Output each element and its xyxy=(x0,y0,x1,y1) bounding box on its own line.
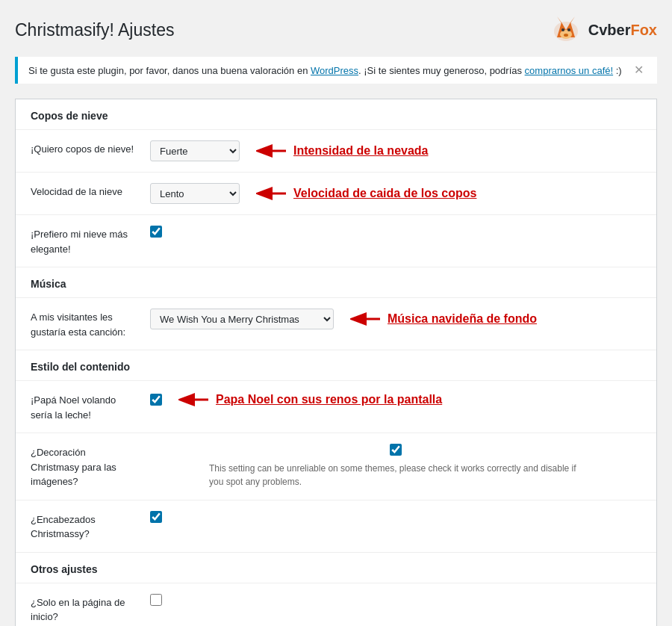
row-velocidad: Velocidad de la nieve Lento Normal Rápid… xyxy=(16,173,656,215)
label-encabezados: ¿Encabezados Christmassy? xyxy=(31,511,150,542)
settings-container: Copos de nieve ¡Quiero copos de nieve! L… xyxy=(15,99,657,626)
control-intensidad: Ligera Media Fuerte Intensidad de la nev… xyxy=(150,140,641,161)
annotation-text-cancion: Música navideña de fondo xyxy=(388,312,537,326)
svg-point-6 xyxy=(567,28,570,31)
arrow-icon-papanoel xyxy=(178,391,211,408)
checkbox-solo-inicio[interactable] xyxy=(150,594,162,606)
label-intensidad: ¡Quiero copos de nieve! xyxy=(31,140,150,157)
checkbox-elegante[interactable] xyxy=(150,226,162,238)
arrow-icon-cancion xyxy=(350,311,383,327)
section-title-copos: Copos de nieve xyxy=(16,99,656,130)
svg-point-5 xyxy=(561,28,564,31)
select-velocidad[interactable]: Lento Normal Rápido xyxy=(150,183,240,204)
row-encabezados: ¿Encabezados Christmassy? xyxy=(16,501,656,553)
page-title: Christmasify! Ajustes xyxy=(15,20,174,40)
row-elegante: ¡Prefiero mi nieve más elegante! xyxy=(16,215,656,267)
control-papanoel: Papa Noel con sus renos por la pantalla xyxy=(150,391,641,408)
label-cancion: A mis visitantes les gustaría esta canci… xyxy=(31,309,150,339)
label-velocidad: Velocidad de la nieve xyxy=(31,183,150,199)
select-cancion[interactable]: We Wish You a Merry Christmas Jingle Bel… xyxy=(150,309,334,329)
label-elegante: ¡Prefiero mi nieve más elegante! xyxy=(31,226,150,256)
arrow-icon-velocidad xyxy=(256,185,289,202)
section-title-otros: Otros ajustes xyxy=(16,553,656,583)
row-solo-inicio: ¿Solo en la página de inicio? xyxy=(16,583,656,627)
annotation-velocidad: Velocidad de caida de los copos xyxy=(256,185,476,202)
fox-icon xyxy=(548,15,584,45)
section-title-estilo: Estilo del contenido xyxy=(16,350,656,381)
wordpress-link[interactable]: WordPress xyxy=(311,65,358,76)
logo-text: CvberFox xyxy=(588,22,657,39)
control-encabezados xyxy=(150,511,641,523)
notice-box: Si te gusta este plugin, por favor, dano… xyxy=(15,57,657,84)
select-intensidad[interactable]: Ligera Media Fuerte xyxy=(150,140,240,161)
arrow-icon-intensidad xyxy=(256,143,289,159)
notice-text: Si te gusta este plugin, por favor, dano… xyxy=(28,65,622,76)
annotation-cancion: Música navideña de fondo xyxy=(350,311,537,327)
label-papanoel: ¡Papá Noel volando sería la leche! xyxy=(31,391,150,422)
annotation-papanoel: Papa Noel con sus renos por la pantalla xyxy=(178,391,442,408)
row-intensidad: ¡Quiero copos de nieve! Ligera Media Fue… xyxy=(16,130,656,173)
svg-point-7 xyxy=(564,34,568,37)
label-decoracion: ¿Decoración Christmasy para las imágenes… xyxy=(31,444,150,489)
annotation-text-papanoel: Papa Noel con sus renos por la pantalla xyxy=(216,393,442,406)
annotation-intensidad: Intensidad de la nevada xyxy=(256,143,429,159)
control-elegante xyxy=(150,226,641,238)
row-papanoel: ¡Papá Noel volando sería la leche! Papa … xyxy=(16,381,656,433)
checkbox-decoracion[interactable] xyxy=(390,444,402,456)
notice-close-button[interactable]: ✕ xyxy=(631,64,647,76)
control-solo-inicio xyxy=(150,594,641,606)
helper-text-decoracion: This setting can be unreliable on some t… xyxy=(209,462,582,489)
checkbox-papanoel[interactable] xyxy=(150,394,162,406)
control-velocidad: Lento Normal Rápido Velocidad de caida d… xyxy=(150,183,641,204)
control-decoracion: This setting can be unreliable on some t… xyxy=(150,444,641,489)
coffee-link[interactable]: comprarnos un café! xyxy=(525,65,614,76)
checkbox-encabezados[interactable] xyxy=(150,511,162,523)
control-cancion: We Wish You a Merry Christmas Jingle Bel… xyxy=(150,309,641,329)
logo: CvberFox xyxy=(548,15,657,45)
row-decoracion: ¿Decoración Christmasy para las imágenes… xyxy=(16,433,656,501)
section-title-musica: Música xyxy=(16,267,656,298)
row-cancion: A mis visitantes les gustaría esta canci… xyxy=(16,298,656,350)
annotation-text-intensidad: Intensidad de la nevada xyxy=(293,144,429,158)
annotation-text-velocidad: Velocidad de caida de los copos xyxy=(293,187,476,200)
label-solo-inicio: ¿Solo en la página de inicio? xyxy=(31,594,150,625)
